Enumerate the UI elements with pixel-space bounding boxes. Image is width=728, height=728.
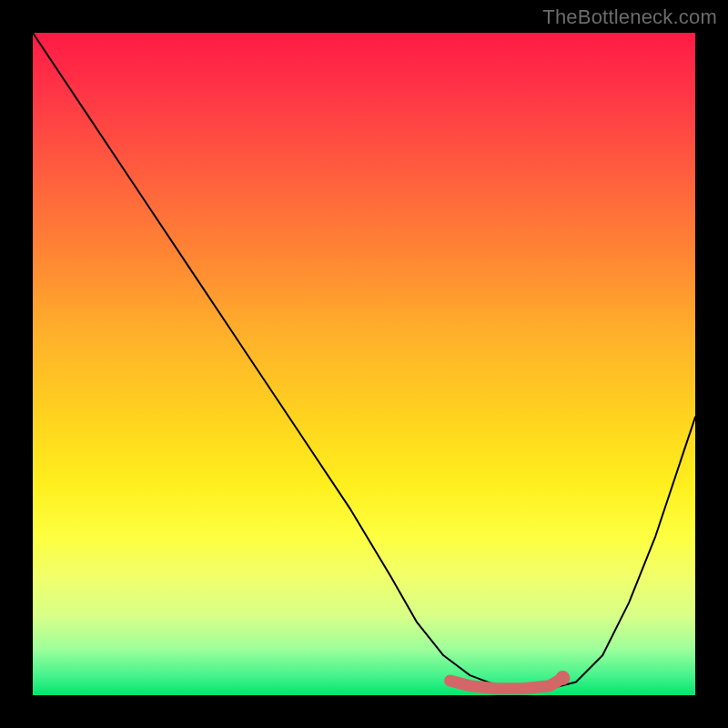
bottleneck-curve [33, 33, 695, 689]
plot-area [33, 33, 695, 695]
watermark-text: TheBottleneck.com [542, 5, 717, 29]
curve-layer [33, 33, 695, 695]
chart-frame: TheBottleneck.com [0, 0, 728, 728]
marker-end-dot [555, 671, 570, 685]
flat-region-marker [450, 678, 563, 689]
